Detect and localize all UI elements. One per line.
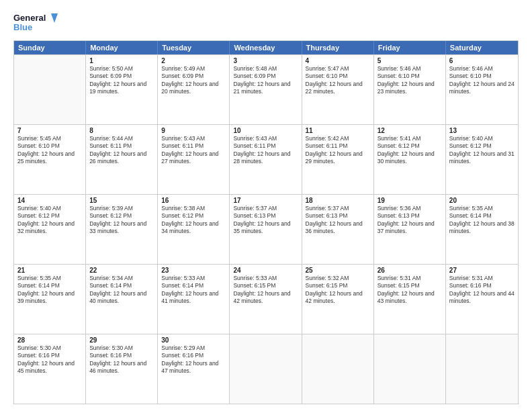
calendar-cell: 5 Sunrise: 5:46 AM Sunset: 6:10 PM Dayli…	[374, 55, 446, 124]
day-number: 2	[161, 57, 226, 64]
calendar-row: 21 Sunrise: 5:35 AM Sunset: 6:14 PM Dayl…	[14, 264, 518, 334]
svg-marker-2	[51, 13, 58, 23]
day-info: Sunrise: 5:40 AM Sunset: 6:12 PM Dayligh…	[17, 205, 82, 236]
weekday-header: Saturday	[446, 41, 518, 54]
day-number: 20	[449, 197, 515, 204]
day-number: 13	[449, 127, 515, 134]
calendar-cell: 2 Sunrise: 5:49 AM Sunset: 6:09 PM Dayli…	[158, 55, 230, 124]
day-number: 25	[306, 267, 370, 274]
day-number: 1	[89, 57, 154, 64]
day-info: Sunrise: 5:49 AM Sunset: 6:09 PM Dayligh…	[161, 65, 226, 96]
day-info: Sunrise: 5:43 AM Sunset: 6:11 PM Dayligh…	[161, 135, 226, 166]
calendar-cell: 11 Sunrise: 5:42 AM Sunset: 6:11 PM Dayl…	[302, 125, 374, 194]
calendar-row: 14 Sunrise: 5:40 AM Sunset: 6:12 PM Dayl…	[14, 194, 518, 264]
calendar-cell: 27 Sunrise: 5:31 AM Sunset: 6:16 PM Dayl…	[446, 265, 518, 334]
day-info: Sunrise: 5:42 AM Sunset: 6:11 PM Dayligh…	[306, 135, 370, 166]
calendar-cell	[374, 334, 446, 404]
calendar-cell: 8 Sunrise: 5:44 AM Sunset: 6:11 PM Dayli…	[86, 125, 158, 194]
day-info: Sunrise: 5:48 AM Sunset: 6:09 PM Dayligh…	[233, 65, 298, 96]
day-info: Sunrise: 5:37 AM Sunset: 6:13 PM Dayligh…	[233, 205, 298, 236]
calendar-cell	[230, 334, 302, 404]
day-number: 15	[89, 197, 154, 204]
weekday-header: Thursday	[302, 41, 374, 54]
calendar-row: 1 Sunrise: 5:50 AM Sunset: 6:09 PM Dayli…	[14, 54, 518, 124]
day-info: Sunrise: 5:50 AM Sunset: 6:09 PM Dayligh…	[89, 65, 154, 96]
calendar-cell: 6 Sunrise: 5:46 AM Sunset: 6:10 PM Dayli…	[446, 55, 518, 124]
day-info: Sunrise: 5:35 AM Sunset: 6:14 PM Dayligh…	[449, 205, 515, 236]
weekday-header: Sunday	[14, 41, 86, 54]
calendar-cell: 16 Sunrise: 5:38 AM Sunset: 6:12 PM Dayl…	[158, 195, 230, 264]
day-number: 12	[378, 127, 442, 134]
day-info: Sunrise: 5:31 AM Sunset: 6:16 PM Dayligh…	[449, 275, 515, 306]
calendar-cell: 14 Sunrise: 5:40 AM Sunset: 6:12 PM Dayl…	[14, 195, 86, 264]
day-info: Sunrise: 5:47 AM Sunset: 6:10 PM Dayligh…	[306, 65, 370, 96]
calendar-cell: 3 Sunrise: 5:48 AM Sunset: 6:09 PM Dayli…	[230, 55, 302, 124]
calendar-cell: 25 Sunrise: 5:32 AM Sunset: 6:15 PM Dayl…	[302, 265, 374, 334]
day-info: Sunrise: 5:33 AM Sunset: 6:14 PM Dayligh…	[161, 275, 226, 306]
logo-svg: General Blue	[13, 11, 60, 35]
weekday-header: Friday	[374, 41, 446, 54]
calendar-cell: 9 Sunrise: 5:43 AM Sunset: 6:11 PM Dayli…	[158, 125, 230, 194]
day-number: 11	[306, 127, 370, 134]
day-info: Sunrise: 5:34 AM Sunset: 6:14 PM Dayligh…	[89, 275, 154, 306]
day-number: 19	[378, 197, 442, 204]
day-info: Sunrise: 5:31 AM Sunset: 6:15 PM Dayligh…	[378, 275, 442, 306]
day-info: Sunrise: 5:38 AM Sunset: 6:12 PM Dayligh…	[161, 205, 226, 236]
day-info: Sunrise: 5:30 AM Sunset: 6:16 PM Dayligh…	[89, 345, 154, 375]
day-info: Sunrise: 5:39 AM Sunset: 6:12 PM Dayligh…	[89, 205, 154, 236]
calendar-cell: 19 Sunrise: 5:36 AM Sunset: 6:13 PM Dayl…	[374, 195, 446, 264]
calendar-cell	[446, 334, 518, 404]
calendar-cell: 29 Sunrise: 5:30 AM Sunset: 6:16 PM Dayl…	[86, 334, 158, 404]
calendar-cell: 13 Sunrise: 5:40 AM Sunset: 6:12 PM Dayl…	[446, 125, 518, 194]
day-number: 23	[161, 267, 226, 274]
day-number: 29	[89, 336, 154, 344]
calendar-cell: 28 Sunrise: 5:30 AM Sunset: 6:16 PM Dayl…	[14, 334, 86, 404]
calendar-cell: 22 Sunrise: 5:34 AM Sunset: 6:14 PM Dayl…	[86, 265, 158, 334]
weekday-header: Tuesday	[158, 41, 230, 54]
svg-text:Blue: Blue	[13, 22, 32, 32]
day-info: Sunrise: 5:46 AM Sunset: 6:10 PM Dayligh…	[449, 65, 515, 96]
day-number: 9	[161, 127, 226, 134]
calendar-cell: 21 Sunrise: 5:35 AM Sunset: 6:14 PM Dayl…	[14, 265, 86, 334]
day-number: 3	[233, 57, 298, 64]
weekday-header: Wednesday	[230, 41, 302, 54]
day-number: 26	[378, 267, 442, 274]
calendar-cell: 12 Sunrise: 5:41 AM Sunset: 6:12 PM Dayl…	[374, 125, 446, 194]
calendar-cell: 1 Sunrise: 5:50 AM Sunset: 6:09 PM Dayli…	[86, 55, 158, 124]
day-number: 17	[233, 197, 298, 204]
day-number: 14	[17, 197, 82, 204]
calendar-cell: 4 Sunrise: 5:47 AM Sunset: 6:10 PM Dayli…	[302, 55, 374, 124]
day-info: Sunrise: 5:37 AM Sunset: 6:13 PM Dayligh…	[306, 205, 370, 236]
day-number: 8	[89, 127, 154, 134]
day-info: Sunrise: 5:45 AM Sunset: 6:10 PM Dayligh…	[17, 135, 82, 166]
day-number: 16	[161, 197, 226, 204]
calendar-cell: 15 Sunrise: 5:39 AM Sunset: 6:12 PM Dayl…	[86, 195, 158, 264]
day-number: 10	[233, 127, 298, 134]
day-info: Sunrise: 5:36 AM Sunset: 6:13 PM Dayligh…	[378, 205, 442, 236]
logo: General Blue	[13, 11, 60, 35]
calendar-cell: 30 Sunrise: 5:29 AM Sunset: 6:16 PM Dayl…	[158, 334, 230, 404]
calendar-row: 7 Sunrise: 5:45 AM Sunset: 6:10 PM Dayli…	[14, 124, 518, 194]
day-number: 4	[306, 57, 370, 64]
svg-text:General: General	[13, 13, 46, 23]
page: General Blue SundayMondayTuesdayWednesda…	[0, 0, 532, 411]
day-number: 5	[378, 57, 442, 64]
calendar-cell: 26 Sunrise: 5:31 AM Sunset: 6:15 PM Dayl…	[374, 265, 446, 334]
calendar-cell: 23 Sunrise: 5:33 AM Sunset: 6:14 PM Dayl…	[158, 265, 230, 334]
day-info: Sunrise: 5:32 AM Sunset: 6:15 PM Dayligh…	[306, 275, 370, 306]
day-number: 27	[449, 267, 515, 274]
day-info: Sunrise: 5:46 AM Sunset: 6:10 PM Dayligh…	[378, 65, 442, 96]
day-number: 6	[449, 57, 515, 64]
calendar-cell	[302, 334, 374, 404]
day-info: Sunrise: 5:40 AM Sunset: 6:12 PM Dayligh…	[449, 135, 515, 166]
day-number: 22	[89, 267, 154, 274]
day-number: 21	[17, 267, 82, 274]
calendar-row: 28 Sunrise: 5:30 AM Sunset: 6:16 PM Dayl…	[14, 334, 518, 404]
calendar-cell	[14, 55, 86, 124]
day-info: Sunrise: 5:43 AM Sunset: 6:11 PM Dayligh…	[233, 135, 298, 166]
day-info: Sunrise: 5:41 AM Sunset: 6:12 PM Dayligh…	[378, 135, 442, 166]
calendar: SundayMondayTuesdayWednesdayThursdayFrid…	[13, 40, 519, 404]
calendar-body: 1 Sunrise: 5:50 AM Sunset: 6:09 PM Dayli…	[14, 54, 518, 404]
day-info: Sunrise: 5:29 AM Sunset: 6:16 PM Dayligh…	[161, 345, 226, 375]
day-info: Sunrise: 5:30 AM Sunset: 6:16 PM Dayligh…	[17, 345, 82, 375]
